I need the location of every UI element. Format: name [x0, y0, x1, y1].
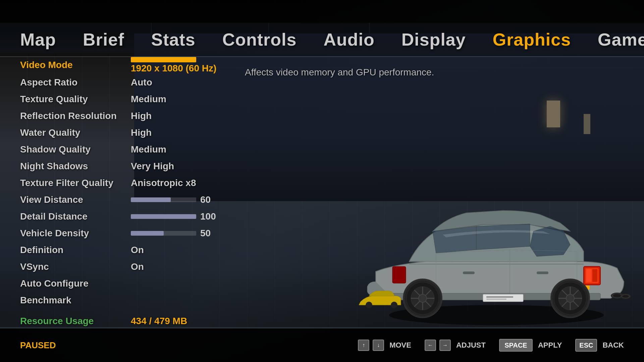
view-distance-track	[131, 197, 196, 202]
back-key: ESC	[575, 339, 597, 352]
texture-filter-value: Anisotropic x8	[131, 178, 196, 188]
setting-view-distance[interactable]: View Distance 60	[20, 192, 255, 207]
video-mode-label: Video Mode	[20, 60, 131, 70]
setting-aspect-ratio[interactable]: Aspect Ratio Auto	[20, 75, 255, 90]
svg-point-31	[566, 294, 574, 302]
top-bar	[0, 0, 644, 23]
svg-rect-8	[463, 272, 475, 274]
svg-rect-3	[586, 269, 591, 282]
view-distance-value: 60	[200, 194, 217, 205]
svg-rect-6	[392, 266, 406, 283]
water-quality-label: Water Quality	[20, 127, 131, 138]
reflection-resolution-value: High	[131, 111, 152, 121]
setting-vehicle-density[interactable]: Vehicle Density 50	[20, 226, 255, 241]
setting-definition[interactable]: Definition On	[20, 243, 255, 257]
apply-key: SPACE	[499, 339, 533, 352]
tab-display[interactable]: Display	[401, 29, 466, 50]
detail-distance-slider[interactable]: 100	[131, 211, 217, 222]
settings-panel: Video Mode 644 x 362 (60 Hz) Aspect Ra…	[20, 57, 255, 326]
move-label: MOVE	[389, 341, 411, 350]
back-control-group: ESC BACK	[575, 339, 624, 352]
auto-configure-label: Auto Configure	[20, 278, 131, 289]
texture-quality-value: Medium	[131, 94, 166, 105]
apply-control-group: SPACE APPLY	[499, 339, 562, 352]
setting-shadow-quality[interactable]: Shadow Quality Medium	[20, 142, 255, 157]
adjust-left-key: ←	[425, 340, 436, 351]
setting-texture-filter[interactable]: Texture Filter Quality Anisotropic x8	[20, 176, 255, 190]
detail-distance-label: Detail Distance	[20, 211, 131, 222]
shadow-quality-label: Shadow Quality	[20, 144, 131, 155]
nav-tabs: Map Brief Stats Controls Audio Display G…	[0, 23, 644, 56]
setting-video-mode[interactable]: Video Mode 644 x 362 (60 Hz)	[20, 57, 255, 74]
back-label: BACK	[602, 341, 624, 350]
tab-graphics[interactable]: Graphics	[493, 29, 571, 50]
definition-label: Definition	[20, 245, 131, 255]
vehicle-density-label: Vehicle Density	[20, 228, 131, 239]
svg-rect-4	[592, 269, 597, 282]
back-key-text: ESC	[579, 342, 593, 349]
tab-brief[interactable]: Brief	[83, 29, 124, 50]
setting-vsync[interactable]: VSync On	[20, 259, 255, 274]
tab-game[interactable]: Game	[598, 29, 644, 50]
description-text: Affects video memory and GPU performance…	[245, 67, 434, 77]
detail-distance-fill	[131, 214, 196, 219]
paused-text: PAUSED	[20, 340, 56, 351]
move-up-key: ↑	[358, 340, 369, 351]
view-distance-slider[interactable]: 60	[131, 194, 217, 205]
definition-value: On	[131, 245, 144, 255]
svg-rect-14	[486, 299, 506, 300]
aspect-ratio-value: Auto	[131, 77, 152, 88]
setting-night-shadows[interactable]: Night Shadows Very High	[20, 159, 255, 174]
tab-map[interactable]: Map	[20, 29, 56, 50]
vsync-value: On	[131, 261, 144, 272]
svg-point-37	[366, 302, 372, 308]
tab-stats[interactable]: Stats	[151, 29, 195, 50]
night-shadows-value: Very High	[131, 161, 174, 172]
adjust-control-group: ← → ADJUST	[425, 340, 486, 351]
tab-controls[interactable]: Controls	[222, 29, 297, 50]
svg-point-34	[613, 294, 621, 297]
move-control-group: ↑ ↓ MOVE	[358, 340, 411, 351]
svg-rect-9	[537, 272, 548, 274]
benchmark-label: Benchmark	[20, 295, 131, 306]
vehicle-density-value: 50	[200, 228, 217, 239]
water-quality-value: High	[131, 127, 152, 138]
resource-usage-label: Resource Usage	[20, 316, 131, 326]
tab-audio[interactable]: Audio	[323, 29, 374, 50]
vehicle-density-slider[interactable]: 50	[131, 228, 217, 239]
adjust-label: ADJUST	[456, 341, 486, 350]
apply-label: APPLY	[538, 341, 562, 350]
setting-reflection-resolution[interactable]: Reflection Resolution High	[20, 109, 255, 123]
svg-rect-13	[486, 296, 513, 298]
texture-quality-label: Texture Quality	[20, 94, 131, 105]
resource-usage-row: Resource Usage 434 / 479 MB	[20, 316, 255, 326]
svg-rect-12	[485, 295, 522, 301]
setting-auto-configure[interactable]: Auto Configure	[20, 276, 255, 291]
svg-point-36	[622, 295, 629, 298]
move-down-key: ↓	[373, 340, 384, 351]
svg-point-22	[419, 294, 427, 302]
controls-bar: PAUSED ↑ ↓ MOVE ← → ADJUST SPACE APPLY E…	[0, 328, 644, 362]
texture-filter-label: Texture Filter Quality	[20, 178, 131, 188]
setting-detail-distance[interactable]: Detail Distance 100	[20, 209, 255, 224]
night-shadows-label: Night Shadows	[20, 161, 131, 172]
detail-distance-value: 100	[200, 211, 217, 222]
vehicle-density-fill	[131, 231, 164, 236]
shadow-quality-value: Medium	[131, 144, 166, 155]
setting-texture-quality[interactable]: Texture Quality Medium	[20, 92, 255, 107]
video-mode-value: 644 x 362 (60 Hz)	[131, 63, 216, 74]
setting-benchmark[interactable]: Benchmark	[20, 293, 255, 308]
apply-key-text: SPACE	[504, 342, 527, 349]
reflection-resolution-label: Reflection Resolution	[20, 111, 131, 121]
resource-usage-value: 434 / 479 MB	[131, 316, 187, 326]
car-preview	[342, 127, 644, 328]
description-box: Affects video memory and GPU performance…	[245, 67, 624, 78]
detail-distance-track	[131, 214, 196, 219]
aspect-ratio-label: Aspect Ratio	[20, 77, 131, 88]
setting-water-quality[interactable]: Water Quality High	[20, 125, 255, 140]
view-distance-fill	[131, 197, 171, 202]
view-distance-label: View Distance	[20, 194, 131, 205]
adjust-right-key: →	[439, 340, 451, 351]
vsync-label: VSync	[20, 261, 131, 272]
svg-point-38	[391, 302, 397, 308]
